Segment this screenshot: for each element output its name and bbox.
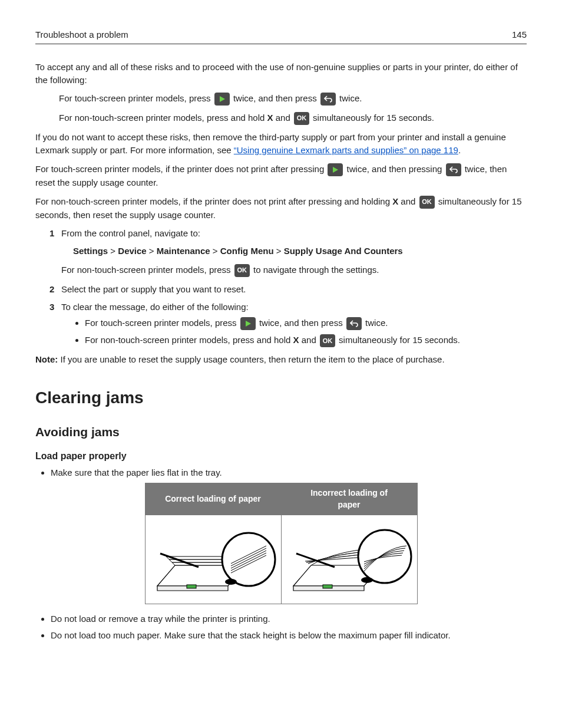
text: twice. xyxy=(339,93,362,103)
section-title: Troubleshoot a problem xyxy=(35,28,128,41)
bullet-tray-printing: Do not load or remove a tray while the p… xyxy=(51,612,527,625)
sep: > xyxy=(274,246,284,256)
x-key: X xyxy=(267,113,273,123)
svg-point-21 xyxy=(358,530,411,583)
page-number: 145 xyxy=(512,28,527,41)
text: . xyxy=(458,145,461,155)
text: and xyxy=(276,113,293,123)
th-incorrect: Incorrect loading of paper xyxy=(281,483,417,515)
sep: > xyxy=(210,246,220,256)
path-seg: Config Menu xyxy=(220,246,274,256)
procedure-list: From the control panel, navigate to: Set… xyxy=(49,227,527,347)
x-key: X xyxy=(392,196,398,206)
play-icon xyxy=(240,317,256,330)
text: and xyxy=(401,196,418,206)
path-seg: Device xyxy=(118,246,146,256)
intro-paragraph: To accept any and all of these risks and… xyxy=(35,61,527,87)
text: twice, and then press xyxy=(233,93,319,103)
heading-clearing-jams: Clearing jams xyxy=(35,386,527,410)
th-correct: Correct loading of paper xyxy=(145,483,281,515)
text: simultaneously for 15 seconds. xyxy=(339,335,460,345)
incorrect-loading-image xyxy=(281,515,417,604)
nontouch-accept-line: For non-touch-screen printer models, pre… xyxy=(59,111,527,125)
svg-marker-0 xyxy=(220,96,225,102)
touch-reset-paragraph: For touch-screen printer models, if the … xyxy=(35,163,527,189)
heading-avoiding-jams: Avoiding jams xyxy=(35,423,527,441)
note-text: If you are unable to reset the supply us… xyxy=(58,354,444,364)
sep: > xyxy=(108,246,118,256)
paper-bullets-bottom: Do not load or remove a tray while the p… xyxy=(35,612,527,642)
sep: > xyxy=(147,246,157,256)
ok-icon: OK xyxy=(419,196,435,209)
settings-path: Settings > Device > Maintenance > Config… xyxy=(73,245,527,258)
step-1-note: For non-touch-screen printer models, pre… xyxy=(61,263,527,277)
text: For touch-screen printer models, if the … xyxy=(35,164,326,174)
svg-rect-20 xyxy=(323,585,332,588)
text: and xyxy=(302,335,319,345)
ok-icon: OK xyxy=(294,112,309,125)
step-3-options: For touch-screen printer models, press t… xyxy=(61,317,527,347)
text: For non-touch-screen printer models, pre… xyxy=(61,265,233,275)
path-seg: Supply Usage And Counters xyxy=(284,246,403,256)
step-3-touch: For touch-screen printer models, press t… xyxy=(85,317,527,330)
text: For touch-screen printer models, press xyxy=(85,318,239,328)
text: to navigate through the settings. xyxy=(253,265,379,275)
risk-paragraph: If you do not want to accept these risks… xyxy=(35,131,527,157)
text: simultaneously for 15 seconds. xyxy=(313,113,434,123)
nontouch-reset-paragraph: For non-touch-screen printer models, if … xyxy=(35,195,527,222)
genuine-parts-link[interactable]: “Using genuine Lexmark parts and supplie… xyxy=(234,145,458,155)
paper-bullets-top: Make sure that the paper lies flat in th… xyxy=(35,466,527,479)
back-arrow-icon xyxy=(320,93,336,106)
x-key: X xyxy=(293,335,299,345)
path-seg: Maintenance xyxy=(157,246,210,256)
play-icon xyxy=(328,163,343,176)
note-label: Note: xyxy=(35,354,58,364)
text: For non-touch-screen printer models, pre… xyxy=(85,335,293,345)
heading-load-paper: Load paper properly xyxy=(35,449,527,463)
text: twice, and then pressing xyxy=(347,164,445,174)
text: For touch-screen printer models, press xyxy=(59,93,213,103)
step-text: From the control panel, navigate to: xyxy=(61,228,200,238)
note-paragraph: Note: If you are unable to reset the sup… xyxy=(35,353,527,366)
paper-loading-table: Correct loading of paper Incorrect loadi… xyxy=(145,483,418,604)
text: For non-touch-screen printer models, if … xyxy=(35,196,392,206)
back-arrow-icon xyxy=(446,163,461,176)
touch-accept-line: For touch-screen printer models, press t… xyxy=(59,92,527,106)
svg-point-22 xyxy=(361,577,373,583)
bullet-stack-height: Do not load too much paper. Make sure th… xyxy=(51,629,527,642)
svg-rect-9 xyxy=(187,585,196,588)
bullet-flat-paper: Make sure that the paper lies flat in th… xyxy=(51,466,527,479)
back-arrow-icon xyxy=(346,317,362,330)
play-icon xyxy=(214,93,230,106)
step-1: From the control panel, navigate to: Set… xyxy=(49,227,527,277)
path-seg: Settings xyxy=(73,246,108,256)
step-2: Select the part or supply that you want … xyxy=(49,283,527,296)
correct-loading-image xyxy=(145,515,281,604)
text: twice, and then press xyxy=(259,318,345,328)
svg-marker-1 xyxy=(333,167,338,173)
step-text: To clear the message, do either of the f… xyxy=(61,302,249,312)
svg-point-16 xyxy=(225,579,237,585)
ok-icon: OK xyxy=(234,264,250,277)
svg-marker-2 xyxy=(246,321,251,327)
step-3-nontouch: For non-touch-screen printer models, pre… xyxy=(85,334,527,347)
page-header: Troubleshoot a problem 145 xyxy=(35,28,527,44)
text: twice. xyxy=(365,318,388,328)
text: For non-touch-screen printer models, pre… xyxy=(59,113,267,123)
ok-icon: OK xyxy=(320,334,335,347)
step-3: To clear the message, do either of the f… xyxy=(49,301,527,348)
